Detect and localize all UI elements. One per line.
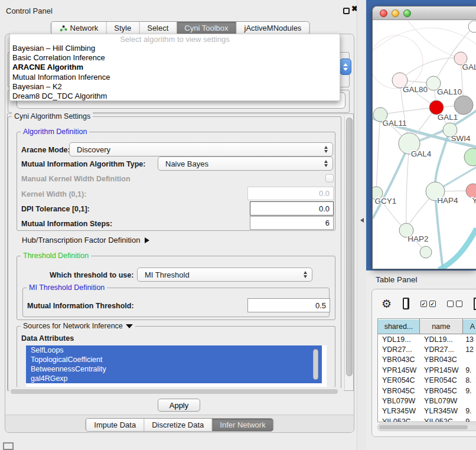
manual-kernel-checkbox[interactable] (325, 174, 334, 182)
aracne-mode-combo[interactable]: Discovery (69, 142, 333, 156)
table-row[interactable]: YDR27... YDR27... 12 (378, 344, 476, 354)
combo-arrows-icon (324, 160, 332, 167)
scrollbar-thumb[interactable] (379, 425, 468, 429)
sources-title-row[interactable]: Sources for Network Inference (21, 322, 135, 330)
algorithm-placeholder: Select algorithm to view settings (10, 35, 340, 44)
dpi-tolerance-field[interactable] (250, 201, 334, 216)
algorithm-dropdown-popup: Select algorithm to view settings Bayesi… (9, 34, 340, 101)
gear-icon[interactable]: ⚙ (382, 298, 392, 309)
combo-arrows-icon (304, 271, 312, 278)
unchecked-pair-icon[interactable] (447, 301, 462, 307)
mi-threshold-field[interactable] (247, 298, 330, 312)
network-window-titlebar[interactable] (373, 6, 476, 20)
hub-definition-label: Hub/Transcription Factor Definition (22, 236, 140, 244)
network-canvas[interactable]: GAL80 GAL10 GAL1 GAL11 GAL4 SWI4 GCY1 HA… (373, 21, 476, 269)
tab[interactable]: Impute Data (86, 419, 144, 431)
tab[interactable]: Style (106, 22, 139, 34)
kernel-width-label: Kernel Width (0,1): (21, 190, 86, 198)
combo-up-arrow-icon (343, 63, 348, 66)
data-attributes-label: Data Attributes (21, 334, 74, 343)
scrollbar-thumb[interactable] (346, 118, 353, 376)
combo-down-arrow-icon (343, 68, 348, 71)
minimize-traffic-button[interactable] (392, 9, 399, 17)
close-traffic-button[interactable] (380, 9, 387, 17)
table-row[interactable]: YIL052C YIL052C 9 (378, 416, 476, 422)
aracne-mode-label: Aracne Mode: (21, 146, 70, 154)
tab[interactable]: Discretize Data (144, 419, 211, 431)
zoom-traffic-button[interactable] (403, 9, 411, 17)
mi-threshold-title: MI Threshold Definition (27, 283, 107, 292)
mi-steps-field[interactable] (250, 216, 334, 230)
node-label: GAL11 (382, 119, 406, 128)
algorithm-combo-arrow-button[interactable] (340, 58, 351, 75)
checked-pair-icon[interactable]: ✓✓ (420, 301, 436, 307)
table-panel-title: Table Panel (376, 275, 418, 284)
scrollbar-thumb[interactable] (11, 389, 338, 394)
column-header-partial[interactable]: A (463, 319, 476, 334)
which-threshold-label: Which threshold to use: (50, 271, 133, 279)
kernel-width-field[interactable] (247, 187, 334, 200)
node-label: HAP4 (437, 196, 458, 205)
network-node[interactable] (420, 246, 432, 258)
node-label: GAL4 (411, 149, 432, 158)
attribute-item-selected[interactable]: TopologicalCoefficient (26, 355, 322, 364)
algorithm-option[interactable]: Bayesian – K2 (10, 82, 340, 92)
algorithm-definition-title: Algorithm Definition (21, 128, 89, 136)
combo-arrows-icon (324, 146, 332, 153)
node-label: GCY1 (375, 197, 397, 206)
node-table: shared... name A YDL19... YDL19... 13 YD… (377, 318, 476, 422)
aracne-mode-value: Discovery (77, 145, 110, 154)
split-columns-icon[interactable] (403, 298, 409, 309)
table-row[interactable]: YBR043C YBR043C (378, 355, 476, 365)
manual-kernel-label: Manual Kernel Width Definition (21, 175, 131, 183)
tab[interactable]: jActiveMNodules (236, 22, 309, 34)
node-label: GAL80 (403, 85, 428, 94)
attribute-item-selected[interactable]: SelfLoops (26, 345, 322, 355)
mi-type-label: Mutual Information Algorithm Type: (21, 160, 145, 168)
mi-type-value: Naive Bayes (165, 159, 208, 168)
table-row[interactable]: YDL19... YDL19... 13 (378, 334, 476, 344)
collapse-arrow-icon (126, 324, 133, 328)
tab[interactable]: Select (139, 22, 176, 34)
settings-vertical-scrollbar[interactable] (344, 116, 353, 390)
node-label: SWI4 (451, 134, 470, 143)
panel-divider[interactable] (357, 0, 366, 450)
settings-horizontal-scrollbar[interactable] (9, 388, 344, 395)
dpi-tolerance-label: DPI Tolerance [0,1]: (21, 205, 90, 213)
document-icon[interactable] (474, 298, 476, 310)
table-row[interactable]: YER054C YER054C 8. (378, 376, 476, 386)
tab[interactable]: Cyni Toolbox (176, 22, 236, 34)
expand-arrow-icon (145, 237, 149, 243)
algorithm-option[interactable]: ARACNE Algorithm (10, 63, 340, 72)
mi-type-combo[interactable]: Naive Bayes (158, 156, 333, 171)
float-window-icon[interactable] (343, 8, 350, 14)
which-threshold-combo[interactable]: MI Threshold (137, 268, 312, 282)
algorithm-option[interactable]: Bayesian – Hill Climbing (10, 44, 340, 53)
tab[interactable]: Infer Network (211, 419, 273, 431)
table-row[interactable]: YLR345W YLR345W 9. (378, 406, 476, 416)
node-label-partial: Y (472, 196, 476, 205)
table-row[interactable]: YBL079W YBL079W (378, 396, 476, 406)
table-header: shared... name A (378, 319, 476, 334)
tab[interactable]: Network (51, 22, 106, 34)
table-horizontal-scrollbar[interactable] (377, 423, 476, 431)
algorithm-option[interactable]: Mutual Information Inference (10, 73, 340, 82)
network-node-gray[interactable] (454, 96, 473, 115)
divider-collapse-arrow-icon[interactable] (360, 218, 364, 223)
table-row[interactable]: YPR145W YPR145W 9. (378, 365, 476, 375)
table-row[interactable]: YBR045C YBR045C 9. (378, 386, 476, 396)
table-body: YDL19... YDL19... 13 YDR27... YDR27... 1… (378, 334, 476, 422)
attribute-item-selected[interactable]: gal4RGexp (26, 374, 322, 383)
algorithm-option[interactable]: Dream8 DC_TDC Algorithm (10, 92, 340, 101)
apply-button[interactable]: Apply (158, 399, 200, 412)
column-header-name[interactable]: name (420, 319, 463, 334)
attribute-list-scrollbar[interactable] (313, 349, 318, 380)
network-node[interactable] (464, 148, 476, 166)
node-label: HAP2 (407, 234, 428, 243)
attribute-item-selected[interactable]: BetweennessCentrality (26, 364, 322, 374)
algorithm-option[interactable]: Basic Correlation Inference (10, 53, 340, 63)
bottom-tabs: Impute DataDiscretize DataInfer Network (85, 418, 273, 432)
dock-grip-icon[interactable] (3, 442, 14, 450)
hub-definition-expander[interactable]: Hub/Transcription Factor Definition (22, 236, 149, 244)
column-header-shared[interactable]: shared... (378, 319, 420, 334)
